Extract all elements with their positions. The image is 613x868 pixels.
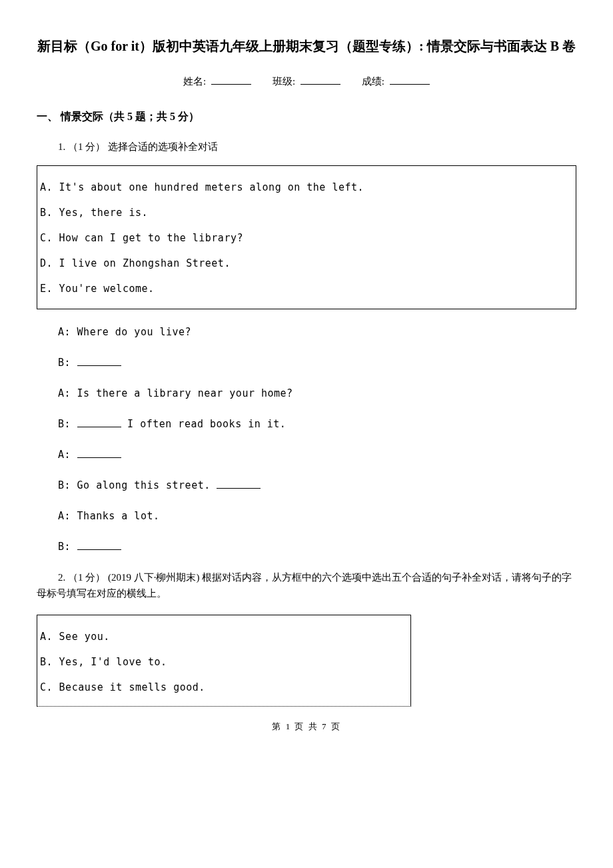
answer-blank[interactable] <box>217 478 261 489</box>
q1-option-e: E. You're welcome. <box>40 281 576 297</box>
dialog-line-7: A: Thanks a lot. <box>58 508 576 524</box>
name-label: 姓名: <box>183 76 206 87</box>
q1-option-a: A. It's about one hundred meters along o… <box>40 179 576 195</box>
page-footer: 第 1 页 共 7 页 <box>37 720 576 734</box>
answer-blank[interactable] <box>77 355 121 366</box>
name-blank[interactable] <box>211 74 251 85</box>
dialog-line-3: A: Is there a library near your home? <box>58 385 576 401</box>
dialog-line-2: B: <box>58 355 576 371</box>
dialog-line-5: A: <box>58 447 576 463</box>
q1-option-d: D. I live on Zhongshan Street. <box>40 255 576 271</box>
dialog-line-6: B: Go along this street. <box>58 477 576 493</box>
q2-intro: 2. （1 分） (2019 八下·柳州期末) 根据对话内容，从方框中的六个选项… <box>37 569 576 601</box>
q2-option-box: A. See you. B. Yes, I'd love to. C. Beca… <box>37 615 411 707</box>
dialog-line-4: B: I often read books in it. <box>58 416 576 432</box>
q1-option-b: B. Yes, there is. <box>40 205 576 221</box>
score-label: 成绩: <box>362 76 384 87</box>
answer-blank[interactable] <box>77 539 121 550</box>
answer-blank[interactable] <box>77 417 121 427</box>
page-title: 新目标（Go for it）版初中英语九年级上册期末复习（题型专练）: 情景交际… <box>37 33 576 59</box>
q1-dialog: A: Where do you live? B: A: Is there a l… <box>58 324 576 555</box>
class-label: 班级: <box>273 76 295 87</box>
score-blank[interactable] <box>390 74 430 85</box>
q2-option-c: C. Because it smells good. <box>40 679 410 695</box>
q1-option-box: A. It's about one hundred meters along o… <box>37 165 576 309</box>
q2-option-b: B. Yes, I'd love to. <box>40 654 410 670</box>
dialog-line-8: B: <box>58 539 576 555</box>
class-blank[interactable] <box>301 74 340 85</box>
q1-intro: 1. （1 分） 选择合适的选项补全对话 <box>58 139 576 155</box>
section-1-heading: 一、 情景交际（共 5 题；共 5 分） <box>37 108 576 125</box>
dialog-line-1: A: Where do you live? <box>58 324 576 340</box>
q1-option-c: C. How can I get to the library? <box>40 230 576 246</box>
q2-option-a: A. See you. <box>40 629 410 645</box>
answer-blank[interactable] <box>77 447 121 458</box>
student-info-line: 姓名: 班级: 成绩: <box>37 73 576 89</box>
